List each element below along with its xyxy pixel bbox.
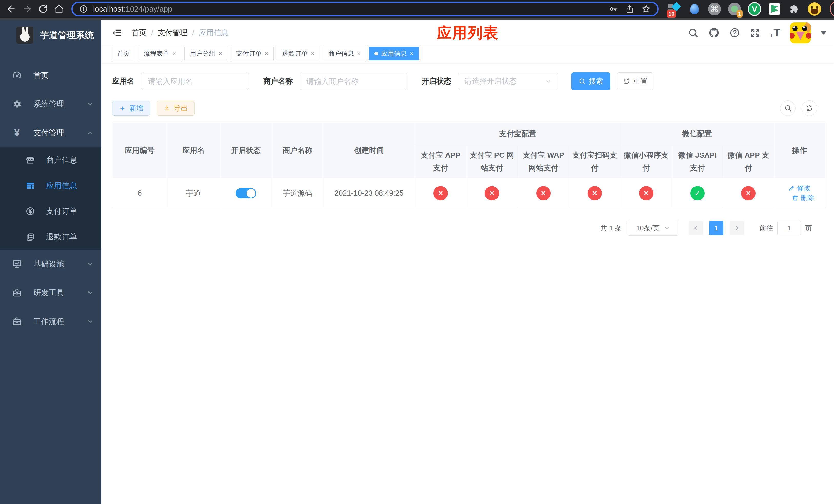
sidebar-item-refund-order[interactable]: 退款订单 <box>0 224 101 250</box>
col-alipay-app: 支付宝 APP 支付 <box>415 145 466 178</box>
sidebar-collapse-icon[interactable] <box>112 27 122 38</box>
extensions-puzzle-icon[interactable] <box>788 2 801 16</box>
active-dot <box>374 52 378 55</box>
search-icon <box>784 104 792 112</box>
sidebar-item-infrastructure[interactable]: 基础设施 <box>0 250 101 278</box>
monitor-chart-icon <box>11 259 23 269</box>
payment-submenu: 商户信息 应用信息 支付订单 <box>0 147 101 250</box>
tab-app-info[interactable]: 应用信息× <box>369 47 419 60</box>
browser-update-button[interactable]: 更新 <box>830 0 834 18</box>
merchant-name-input[interactable] <box>306 77 400 86</box>
browser-toolbar: localhost:1024/pay/app 10 ⌘ 1 V 更新 ⋮ <box>0 0 834 20</box>
cell-alipay-pc: ✕ <box>466 178 518 208</box>
search-icon[interactable] <box>688 27 699 38</box>
add-button[interactable]: ＋ 新增 <box>112 101 150 116</box>
sidebar-item-pay-order[interactable]: 支付订单 <box>0 199 101 224</box>
sidebar-item-dev-tools[interactable]: 研发工具 <box>0 278 101 307</box>
close-icon[interactable]: × <box>172 50 176 56</box>
user-avatar[interactable] <box>790 22 811 43</box>
app-name-input[interactable] <box>148 77 242 86</box>
close-icon[interactable]: × <box>311 50 314 56</box>
fullscreen-icon[interactable] <box>750 27 761 38</box>
close-icon[interactable]: × <box>357 50 360 56</box>
col-group-alipay: 支付宝配置 <box>415 123 620 145</box>
sidebar-item-payment-management[interactable]: ¥ 支付管理 <box>0 118 101 147</box>
extension-badge: 1 <box>737 10 743 18</box>
close-icon[interactable]: × <box>410 50 413 56</box>
edit-link[interactable]: 修改 <box>788 184 811 193</box>
font-size-icon[interactable]: тT <box>770 27 780 38</box>
status-toggle[interactable] <box>236 188 256 199</box>
extension-command-icon[interactable]: ⌘ <box>708 2 721 16</box>
search-icon <box>578 78 586 85</box>
goto-page-input[interactable] <box>777 221 801 235</box>
page-number-current[interactable]: 1 <box>709 221 723 235</box>
delete-link[interactable]: 删除 <box>792 193 814 203</box>
extension-vue-devtools-icon[interactable]: V <box>748 2 761 16</box>
site-info-icon[interactable] <box>79 5 88 13</box>
tab-refund-order[interactable]: 退款订单× <box>277 47 320 60</box>
toggle-search-button[interactable] <box>780 100 795 116</box>
table-tools <box>780 100 824 116</box>
reset-button[interactable]: 重置 <box>617 72 654 90</box>
chevron-down-icon <box>545 78 552 85</box>
toolbar: ＋ 新增 导出 <box>112 100 824 116</box>
extension-green-flag-icon[interactable] <box>768 2 781 16</box>
search-form: 应用名 商户名称 开启状态 请选择开启状态 搜索 <box>112 72 824 90</box>
table-grid-icon <box>25 181 36 190</box>
status-select[interactable]: 请选择开启状态 <box>458 72 558 90</box>
shop-icon <box>25 155 36 165</box>
table-row: 6 芋道 芋道源码 2021-10-23 08:49:25 ✕ ✕ ✕ ✕ ✕ … <box>112 178 825 208</box>
sidebar-item-app-info[interactable]: 应用信息 <box>0 173 101 199</box>
search-button[interactable]: 搜索 <box>571 72 610 90</box>
github-icon[interactable] <box>708 27 720 39</box>
status-cross-icon: ✕ <box>639 186 654 201</box>
breadcrumb-payment[interactable]: 支付管理 <box>158 28 188 38</box>
page-title: 应用列表 <box>437 23 499 43</box>
share-icon[interactable] <box>625 4 634 14</box>
extensions-row: 10 ⌘ 1 V <box>668 2 821 16</box>
breadcrumb-home[interactable]: 首页 <box>132 28 147 38</box>
status-cross-icon: ✕ <box>536 186 551 201</box>
close-icon[interactable]: × <box>219 50 222 56</box>
address-bar[interactable]: localhost:1024/pay/app <box>71 2 659 17</box>
total-count: 共 1 条 <box>600 224 622 233</box>
browser-back-button[interactable] <box>4 2 19 16</box>
sidebar-item-merchant-info[interactable]: 商户信息 <box>0 147 101 173</box>
extension-password-manager-icon[interactable]: 10 <box>668 2 681 16</box>
bookmark-star-icon[interactable] <box>641 4 651 14</box>
export-button[interactable]: 导出 <box>157 101 195 116</box>
page-size-select[interactable]: 10条/页 <box>628 221 678 235</box>
browser-home-button[interactable] <box>52 2 66 16</box>
tab-process-form[interactable]: 流程表单× <box>138 47 181 60</box>
col-app-id: 应用编号 <box>112 123 167 178</box>
help-icon[interactable] <box>729 27 740 38</box>
home-icon <box>54 4 64 14</box>
tab-pay-order[interactable]: 支付订单× <box>231 47 273 60</box>
sidebar-item-system-management[interactable]: 系统管理 <box>0 90 101 118</box>
sidebar-item-workflow[interactable]: 工作流程 <box>0 307 101 336</box>
profile-avatar-icon[interactable] <box>808 2 821 16</box>
cell-alipay-qr: ✕ <box>569 178 620 208</box>
breadcrumb: 首页 / 支付管理 / 应用信息 <box>132 28 228 38</box>
cell-app-id: 6 <box>112 178 167 208</box>
prev-page-button[interactable] <box>688 221 703 235</box>
next-page-button[interactable] <box>730 221 744 235</box>
avatar-dropdown-caret-icon[interactable] <box>821 31 826 35</box>
sidebar-item-home[interactable]: 首页 <box>0 61 101 90</box>
browser-forward-button[interactable] <box>20 2 35 16</box>
cell-alipay-app: ✕ <box>415 178 466 208</box>
extension-recorder-icon[interactable]: 1 <box>728 2 741 16</box>
tab-merchant-info[interactable]: 商户信息× <box>323 47 366 60</box>
app-name-input-wrap <box>141 72 249 90</box>
password-key-icon[interactable] <box>609 4 618 14</box>
refresh-table-button[interactable] <box>802 100 817 116</box>
browser-reload-button[interactable] <box>36 2 50 16</box>
extension-balloon-icon[interactable] <box>688 2 701 16</box>
tab-home[interactable]: 首页 <box>112 47 135 60</box>
close-icon[interactable]: × <box>265 50 268 56</box>
pay-circle-icon <box>25 207 36 216</box>
forward-arrow-icon <box>22 4 32 14</box>
app-logo[interactable]: 芋道管理系统 <box>0 20 101 49</box>
tab-user-group[interactable]: 用户分组× <box>184 47 227 60</box>
